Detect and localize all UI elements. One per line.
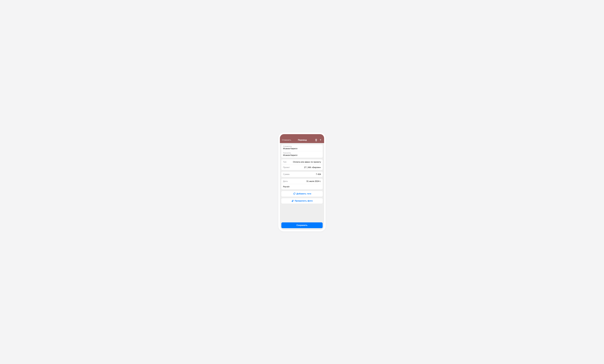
parties-card: Отправитель Исаков Кирилл Получатель Иса… — [281, 145, 323, 158]
type-field[interactable]: Тип Оплата или аванс по проекту — [281, 159, 323, 165]
cancel-button[interactable]: Отменить — [282, 139, 291, 141]
amount-card: Сумма 7 434 — [281, 172, 323, 177]
date-field[interactable]: Дата 31 июля 2024 г. — [281, 179, 323, 184]
sender-value: Исаков Кирилл — [283, 147, 321, 150]
trash-button[interactable] — [315, 139, 318, 141]
svg-text:?: ? — [320, 139, 321, 141]
type-label: Тип — [283, 161, 286, 163]
question-icon: ? — [319, 139, 322, 141]
phone-frame: Отменить Перевод ? Отправитель Исаков К — [278, 133, 326, 231]
tag-icon — [293, 193, 295, 195]
footer: Сохранить — [280, 222, 324, 230]
date-note-card: Дата 31 июля 2024 г. Расчёт — [281, 179, 323, 189]
project-label: Проект — [283, 166, 290, 169]
trash-icon — [315, 139, 317, 141]
help-button[interactable]: ? — [319, 139, 322, 141]
note-field[interactable]: Расчёт — [281, 184, 323, 189]
paperclip-icon — [291, 200, 294, 202]
project-field[interactable]: Проект 27 | ЖК «Берлин» — [281, 165, 323, 170]
svg-point-1 — [294, 193, 295, 194]
add-tags-button[interactable]: Добавить теги — [281, 191, 323, 196]
spacer — [281, 205, 323, 221]
recipient-label: Получатель — [283, 152, 321, 154]
recipient-value: Исаков Кирилл — [283, 154, 321, 157]
note-value: Расчёт — [283, 186, 290, 188]
content: Отправитель Исаков Кирилл Получатель Иса… — [280, 143, 324, 222]
add-tags-label: Добавить теги — [296, 193, 311, 195]
recipient-field[interactable]: Получатель Исаков Кирилл — [281, 151, 323, 158]
sender-label: Отправитель — [283, 146, 321, 147]
amount-value: 7 434 — [316, 173, 321, 176]
header: Отменить Перевод ? — [280, 134, 324, 143]
date-value: 31 июля 2024 г. — [306, 180, 321, 182]
type-value: Оплата или аванс по проекту — [293, 161, 321, 163]
type-project-card: Тип Оплата или аванс по проекту Проект 2… — [281, 159, 323, 170]
amount-field[interactable]: Сумма 7 434 — [281, 172, 323, 177]
attach-photo-button[interactable]: Прикрепить фото — [281, 198, 323, 204]
sender-field[interactable]: Отправитель Исаков Кирилл — [281, 145, 323, 151]
screen: Отменить Перевод ? Отправитель Исаков К — [280, 134, 324, 230]
amount-label: Сумма — [283, 173, 289, 176]
save-button[interactable]: Сохранить — [281, 222, 323, 228]
attach-photo-label: Прикрепить фото — [295, 200, 313, 202]
date-label: Дата — [283, 180, 288, 182]
page-title: Перевод — [291, 139, 314, 141]
project-value: 27 | ЖК «Берлин» — [304, 166, 321, 169]
